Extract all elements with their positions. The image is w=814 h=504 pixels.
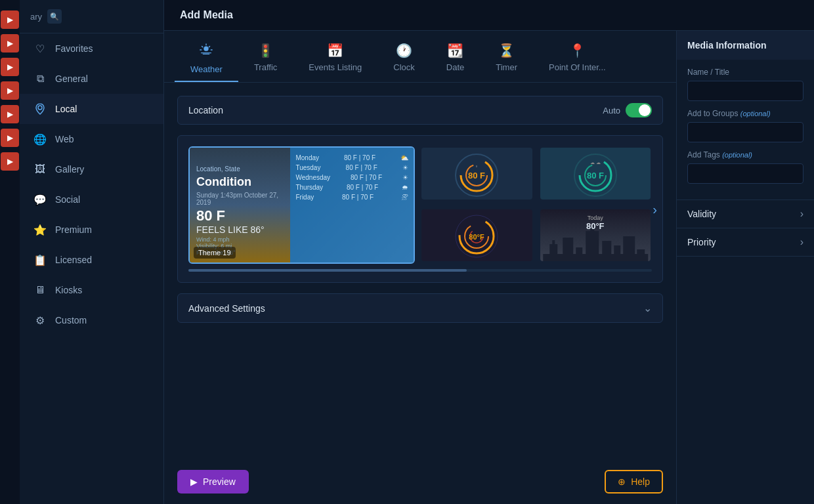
validity-chevron-icon: › <box>800 208 803 220</box>
sidebar-label-web: Web <box>55 134 74 144</box>
svg-rect-27 <box>543 254 648 262</box>
favorites-icon: ♡ <box>33 41 47 56</box>
add-groups-optional: (optional) <box>740 110 771 117</box>
tab-traffic-label: Traffic <box>254 62 277 72</box>
weather-right-panel: Monday 80 F | 70 F ⛅ Tuesday 80 F | 70 F… <box>290 148 414 262</box>
svg-rect-18 <box>552 240 555 245</box>
icon-bar-item[interactable]: ▶ <box>1 129 19 147</box>
scroll-track <box>188 269 652 272</box>
icon-bar-item[interactable]: ▶ <box>1 10 19 29</box>
media-info-title: Media Information <box>687 40 767 51</box>
web-icon: 🌐 <box>33 132 47 146</box>
tab-events[interactable]: 📅 Events Listing <box>293 37 377 82</box>
tab-timer[interactable]: ⏳ Timer <box>480 37 533 82</box>
day-temp: 80 F | 70 F <box>346 164 377 171</box>
tab-traffic[interactable]: 🚦 Traffic <box>238 37 293 82</box>
weather-feels: FEELS LIKE 86° <box>196 224 284 235</box>
weather-preview-large: Location, State Condition Sunday 1:43pm … <box>190 148 414 262</box>
location-bar: Location Auto <box>177 96 663 125</box>
icon-bar-item[interactable]: ▶ <box>1 81 19 100</box>
media-info-content: Name / Title Add to Groups (optional) Ad… <box>677 60 814 200</box>
next-arrow[interactable]: › <box>653 201 657 217</box>
traffic-tab-icon: 🚦 <box>257 43 274 58</box>
sidebar-item-gallery[interactable]: 🖼 Gallery <box>20 154 163 184</box>
tab-timer-label: Timer <box>496 62 517 72</box>
theme-grid-container: Location, State Condition Sunday 1:43pm … <box>177 135 663 283</box>
preview-label: Preview <box>203 476 236 487</box>
tab-point[interactable]: 📍 Point Of Inter... <box>533 37 622 82</box>
add-tags-input[interactable] <box>687 163 803 184</box>
day-label: Wednesday <box>295 174 330 181</box>
sidebar-item-kiosks[interactable]: 🖥 Kiosks <box>20 275 163 305</box>
sidebar-item-premium[interactable]: ⭐ Premium <box>20 215 163 245</box>
icon-bar-item[interactable]: ▶ <box>1 105 19 123</box>
sidebar: ary 🔍 ♡ Favorites ⧉ General Local 🌐 Web … <box>20 0 164 504</box>
location-auto-toggle[interactable] <box>626 103 652 117</box>
scroll-thumb <box>188 269 467 272</box>
timer-tab-icon: ⏳ <box>498 43 515 58</box>
help-button[interactable]: ⊕ Help <box>605 470 663 494</box>
weather-row-friday: Friday 80 F | 70 F ⛈ <box>295 192 408 202</box>
validity-label: Validity <box>687 209 716 219</box>
svg-point-1 <box>204 47 209 51</box>
location-state: Location, State <box>196 165 284 173</box>
sidebar-item-custom[interactable]: ⚙ Custom <box>20 305 163 335</box>
svg-text:80 F: 80 F <box>468 171 485 180</box>
theme-scroll-bar[interactable] <box>188 269 652 272</box>
tab-date-label: Date <box>446 62 464 72</box>
validity-section[interactable]: Validity › <box>677 200 814 228</box>
weather-date: Sunday 1:43pm October 27, 2019 <box>196 192 284 206</box>
priority-chevron-icon: › <box>800 236 803 248</box>
center-section: Weather 🚦 Traffic 📅 Events Listing 🕐 Clo… <box>164 31 676 504</box>
day-icon: ☀ <box>402 164 408 171</box>
day-temp: 80 F | 70 F <box>347 184 378 191</box>
theme-card-large[interactable]: Location, State Condition Sunday 1:43pm … <box>188 146 415 264</box>
preview-button[interactable]: ▶ Preview <box>177 470 249 494</box>
theme-card-circle1[interactable]: 80 F ° <box>420 146 534 201</box>
sidebar-item-favorites[interactable]: ♡ Favorites <box>20 33 163 64</box>
kiosks-icon: 🖥 <box>33 283 47 297</box>
sidebar-item-general[interactable]: ⧉ General <box>20 64 163 94</box>
sidebar-item-web[interactable]: 🌐 Web <box>20 124 163 154</box>
day-icon: ⛅ <box>400 154 408 161</box>
sidebar-label-social: Social <box>55 194 80 205</box>
svg-point-0 <box>38 106 42 110</box>
name-title-input[interactable] <box>687 81 803 101</box>
svg-text:°: ° <box>476 165 478 170</box>
right-panel: Media Information Name / Title Add to Gr… <box>676 31 814 504</box>
theme-card-circle3[interactable]: 80°F <box>420 208 534 262</box>
point-tab-icon: 📍 <box>569 43 586 58</box>
add-groups-input[interactable] <box>687 122 803 142</box>
day-temp: 80 F | 70 F <box>351 174 382 181</box>
sidebar-item-licensed[interactable]: 📋 Licensed <box>20 245 163 275</box>
day-label: Thursday <box>295 184 323 191</box>
priority-label: Priority <box>687 237 716 247</box>
theme-grid: Location, State Condition Sunday 1:43pm … <box>188 146 652 264</box>
tab-weather[interactable]: Weather <box>175 37 238 82</box>
weather-row-tuesday: Tuesday 80 F | 70 F ☀ <box>295 163 408 173</box>
sidebar-header: ary 🔍 <box>20 0 163 33</box>
tab-clock-label: Clock <box>393 62 415 72</box>
advanced-settings-bar[interactable]: Advanced Settings ⌄ <box>177 293 663 323</box>
icon-bar-item[interactable]: ▶ <box>1 34 19 52</box>
help-label: Help <box>631 476 650 487</box>
bottom-bar: ▶ Preview ⊕ Help <box>164 459 676 504</box>
date-tab-icon: 📆 <box>447 43 463 58</box>
center-panel: Location Auto Location, State <box>164 83 676 459</box>
svg-text:☁ ☁: ☁ ☁ <box>590 160 601 165</box>
priority-section[interactable]: Priority › <box>677 228 814 257</box>
theme-card-city[interactable]: Today 80°F <box>539 208 653 262</box>
name-title-label: Name / Title <box>687 68 803 77</box>
icon-bar-item[interactable]: ▶ <box>1 58 19 76</box>
day-icon: 🌧 <box>402 184 408 191</box>
tab-clock[interactable]: 🕐 Clock <box>377 37 431 82</box>
theme-card-circle2[interactable]: 80 F ☁ ☁ <box>539 146 653 201</box>
local-icon <box>33 102 47 116</box>
sidebar-item-local[interactable]: Local <box>20 94 163 124</box>
sidebar-item-social[interactable]: 💬 Social <box>20 184 163 215</box>
chevron-down-icon: ⌄ <box>643 302 652 314</box>
icon-bar-item[interactable]: ▶ <box>1 152 19 171</box>
tab-date[interactable]: 📆 Date <box>431 37 480 82</box>
add-tags-optional: (optional) <box>722 151 752 159</box>
sidebar-search-button[interactable]: 🔍 <box>47 9 62 24</box>
